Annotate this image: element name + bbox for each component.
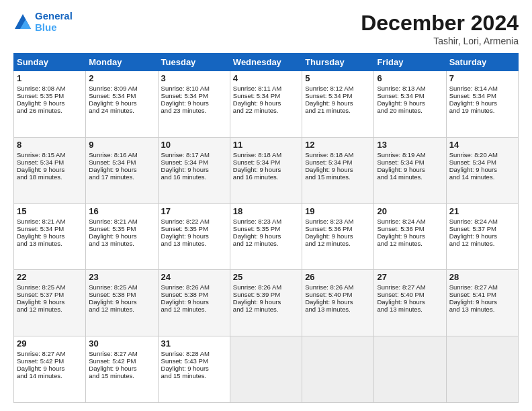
calendar-cell: 13Sunrise: 8:19 AMSunset: 5:34 PMDayligh…	[374, 137, 446, 203]
calendar-cell: 19Sunrise: 8:23 AMSunset: 5:36 PMDayligh…	[302, 203, 374, 270]
cell-text: Sunrise: 8:27 AM	[89, 350, 154, 357]
cell-text: Sunset: 5:35 PM	[89, 225, 154, 232]
cell-text: Daylight: 9 hours	[89, 298, 154, 306]
logo-text: General Blue	[35, 11, 73, 33]
day-number: 9	[89, 140, 154, 150]
cell-text: Daylight: 9 hours	[89, 232, 154, 240]
cell-text: Sunrise: 8:19 AM	[377, 151, 443, 158]
cell-text: and 13 minutes.	[377, 306, 443, 313]
calendar-body: 1Sunrise: 8:08 AMSunset: 5:35 PMDaylight…	[14, 71, 519, 403]
header: General Blue December 2024 Tashir, Lori,…	[13, 11, 519, 46]
cell-text: and 17 minutes.	[89, 173, 154, 181]
calendar-cell: 29Sunrise: 8:27 AMSunset: 5:42 PMDayligh…	[14, 336, 86, 403]
calendar-cell: 31Sunrise: 8:28 AMSunset: 5:43 PMDayligh…	[158, 336, 230, 403]
cell-text: Sunset: 5:42 PM	[89, 357, 154, 365]
cell-text: Daylight: 9 hours	[449, 298, 515, 306]
calendar-cell: 11Sunrise: 8:18 AMSunset: 5:34 PMDayligh…	[230, 137, 302, 203]
cell-text: Sunrise: 8:21 AM	[17, 218, 83, 225]
cell-text: Daylight: 9 hours	[89, 365, 154, 372]
cell-text: Sunrise: 8:27 AM	[449, 283, 515, 291]
calendar-cell: 5Sunrise: 8:12 AMSunset: 5:34 PMDaylight…	[302, 71, 374, 138]
cell-text: and 15 minutes.	[89, 372, 154, 379]
day-number: 15	[17, 206, 83, 216]
calendar-cell: 8Sunrise: 8:15 AMSunset: 5:34 PMDaylight…	[14, 137, 86, 203]
day-header-thursday: Thursday	[302, 54, 374, 71]
location: Tashir, Lori, Armenia	[361, 36, 519, 46]
cell-text: Sunrise: 8:13 AM	[377, 85, 443, 92]
cell-text: Sunset: 5:34 PM	[449, 92, 515, 99]
cell-text: and 12 minutes.	[17, 306, 83, 313]
cell-text: Sunrise: 8:23 AM	[233, 218, 299, 225]
cell-text: and 21 minutes.	[305, 107, 371, 114]
cell-text: Sunset: 5:34 PM	[233, 92, 299, 99]
cell-text: Daylight: 9 hours	[161, 365, 227, 372]
day-number: 19	[305, 206, 371, 216]
cell-text: Sunrise: 8:26 AM	[305, 283, 371, 291]
day-number: 14	[449, 140, 515, 150]
calendar-cell: 12Sunrise: 8:18 AMSunset: 5:34 PMDayligh…	[302, 137, 374, 203]
cell-text: Daylight: 9 hours	[377, 298, 443, 306]
cell-text: and 18 minutes.	[17, 173, 83, 181]
cell-text: Daylight: 9 hours	[449, 166, 515, 173]
cell-text: and 20 minutes.	[377, 107, 443, 114]
cell-text: Daylight: 9 hours	[17, 298, 83, 306]
cell-text: Daylight: 9 hours	[17, 166, 83, 173]
cell-text: Sunset: 5:34 PM	[161, 158, 227, 166]
cell-text: Sunrise: 8:11 AM	[233, 85, 299, 92]
cell-text: and 23 minutes.	[161, 107, 227, 114]
cell-text: Daylight: 9 hours	[161, 232, 227, 240]
day-number: 27	[377, 272, 443, 282]
cell-text: Sunset: 5:39 PM	[233, 291, 299, 298]
logo-icon	[13, 13, 32, 32]
cell-text: and 12 minutes.	[233, 306, 299, 313]
cell-text: Daylight: 9 hours	[449, 99, 515, 107]
cell-text: Daylight: 9 hours	[17, 99, 83, 107]
cell-text: Daylight: 9 hours	[377, 232, 443, 240]
day-number: 23	[89, 272, 154, 282]
cell-text: and 12 minutes.	[377, 240, 443, 247]
calendar-cell: 2Sunrise: 8:09 AMSunset: 5:34 PMDaylight…	[86, 71, 158, 138]
cell-text: and 12 minutes.	[449, 240, 515, 247]
day-number: 13	[377, 140, 443, 150]
cell-text: and 26 minutes.	[17, 107, 83, 114]
day-number: 8	[17, 140, 83, 150]
cell-text: Sunrise: 8:14 AM	[449, 85, 515, 92]
calendar-cell: 1Sunrise: 8:08 AMSunset: 5:35 PMDaylight…	[14, 71, 86, 138]
cell-text: Sunset: 5:34 PM	[233, 158, 299, 166]
cell-text: Sunrise: 8:09 AM	[89, 85, 154, 92]
cell-text: Sunrise: 8:17 AM	[161, 151, 227, 158]
day-number: 30	[89, 338, 154, 349]
calendar-cell: 16Sunrise: 8:21 AMSunset: 5:35 PMDayligh…	[86, 203, 158, 270]
cell-text: Sunset: 5:34 PM	[449, 158, 515, 166]
cell-text: Daylight: 9 hours	[161, 99, 227, 107]
title-block: December 2024 Tashir, Lori, Armenia	[361, 11, 519, 46]
cell-text: Sunrise: 8:12 AM	[305, 85, 371, 92]
cell-text: and 16 minutes.	[161, 173, 227, 181]
cell-text: Daylight: 9 hours	[89, 166, 154, 173]
day-number: 11	[233, 140, 299, 150]
calendar-cell: 7Sunrise: 8:14 AMSunset: 5:34 PMDaylight…	[446, 71, 518, 138]
cell-text: Sunrise: 8:15 AM	[17, 151, 83, 158]
cell-text: Sunset: 5:40 PM	[377, 291, 443, 298]
cell-text: Sunset: 5:42 PM	[17, 357, 83, 365]
calendar-cell: 15Sunrise: 8:21 AMSunset: 5:34 PMDayligh…	[14, 203, 86, 270]
cell-text: Sunrise: 8:26 AM	[233, 283, 299, 291]
cell-text: Sunset: 5:35 PM	[17, 92, 83, 99]
cell-text: Daylight: 9 hours	[377, 99, 443, 107]
cell-text: Daylight: 9 hours	[161, 298, 227, 306]
calendar-cell: 20Sunrise: 8:24 AMSunset: 5:36 PMDayligh…	[374, 203, 446, 270]
cell-text: Sunrise: 8:20 AM	[449, 151, 515, 158]
cell-text: and 13 minutes.	[17, 240, 83, 247]
cell-text: Daylight: 9 hours	[233, 99, 299, 107]
cell-text: Sunset: 5:37 PM	[449, 225, 515, 232]
calendar-cell: 25Sunrise: 8:26 AMSunset: 5:39 PMDayligh…	[230, 270, 302, 336]
calendar-cell: 22Sunrise: 8:25 AMSunset: 5:37 PMDayligh…	[14, 270, 86, 336]
day-header-tuesday: Tuesday	[158, 54, 230, 71]
calendar-week-4: 22Sunrise: 8:25 AMSunset: 5:37 PMDayligh…	[14, 270, 519, 336]
cell-text: and 12 minutes.	[305, 240, 371, 247]
cell-text: and 15 minutes.	[305, 173, 371, 181]
cell-text: Sunset: 5:34 PM	[305, 158, 371, 166]
calendar-cell	[230, 336, 302, 403]
cell-text: Sunrise: 8:08 AM	[17, 85, 83, 92]
day-header-saturday: Saturday	[446, 54, 518, 71]
